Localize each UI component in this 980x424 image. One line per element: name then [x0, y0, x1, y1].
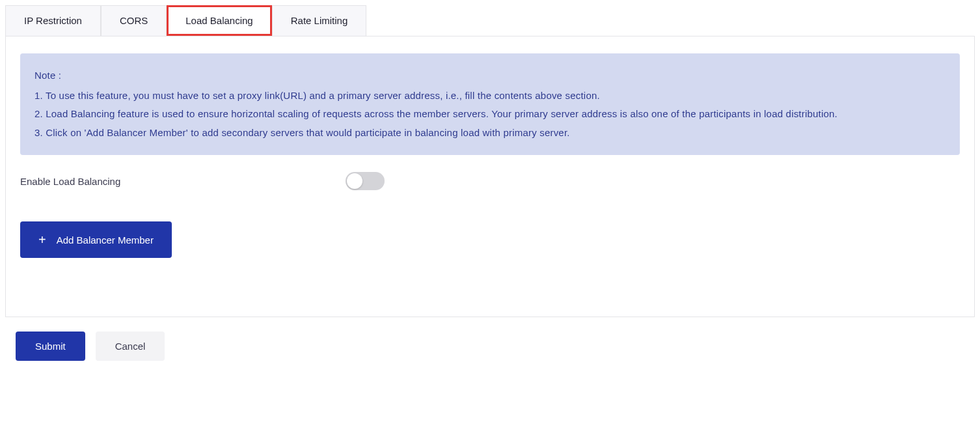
- footer-actions: Submit Cancel: [5, 332, 975, 361]
- note-line-1: 1. To use this feature, you must have to…: [34, 87, 946, 106]
- note-line-3: 3. Click on 'Add Balancer Member' to add…: [34, 124, 946, 143]
- tab-label: Rate Limiting: [291, 15, 348, 26]
- enable-load-balancing-toggle[interactable]: [346, 172, 385, 190]
- tab-label: IP Restriction: [24, 15, 82, 26]
- tab-label: CORS: [120, 15, 148, 26]
- enable-load-balancing-row: Enable Load Balancing: [20, 172, 960, 190]
- enable-load-balancing-label: Enable Load Balancing: [20, 176, 346, 187]
- tab-panel-load-balancing: Note : 1. To use this feature, you must …: [5, 36, 975, 317]
- add-balancer-member-button[interactable]: + Add Balancer Member: [20, 221, 172, 258]
- add-balancer-member-label: Add Balancer Member: [57, 234, 154, 246]
- tab-label: Load Balancing: [185, 15, 252, 26]
- tab-load-balancing[interactable]: Load Balancing: [167, 5, 271, 36]
- note-box: Note : 1. To use this feature, you must …: [20, 53, 960, 155]
- note-title: Note :: [34, 66, 946, 85]
- plus-icon: +: [38, 233, 46, 246]
- note-line-2: 2. Load Balancing feature is used to ens…: [34, 105, 946, 124]
- tab-ip-restriction[interactable]: IP Restriction: [5, 5, 101, 36]
- toggle-knob: [347, 173, 362, 189]
- cancel-label: Cancel: [115, 341, 146, 352]
- tab-cors[interactable]: CORS: [101, 5, 167, 36]
- tab-bar: IP Restriction CORS Load Balancing Rate …: [5, 5, 975, 36]
- submit-button[interactable]: Submit: [16, 332, 85, 361]
- cancel-button[interactable]: Cancel: [96, 332, 165, 361]
- tab-rate-limiting[interactable]: Rate Limiting: [272, 5, 367, 36]
- submit-label: Submit: [35, 341, 66, 352]
